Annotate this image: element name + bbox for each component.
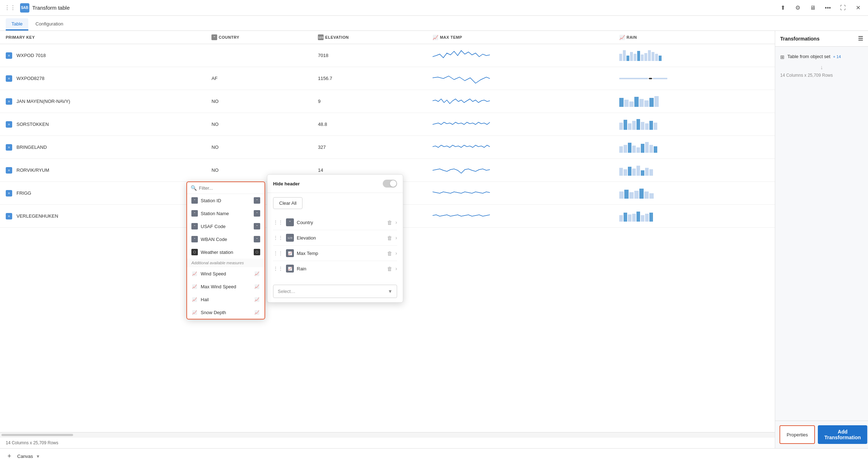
- table-from-object-icon: ⊞: [780, 54, 784, 60]
- clear-all-button[interactable]: Clear All: [273, 197, 302, 209]
- sidebar-menu-icon[interactable]: ☰: [858, 35, 863, 42]
- delete-col-button[interactable]: 🗑: [387, 219, 392, 226]
- tab-table[interactable]: Table: [6, 18, 28, 30]
- col-header-maxtemp[interactable]: 📈 MAX TEMP: [427, 31, 614, 44]
- cell-country: NO: [206, 90, 312, 113]
- picker-separator: Additional available measures: [187, 259, 264, 267]
- table-row: ≡ SORSTOKKEN NO 48.8: [0, 113, 775, 136]
- chart-col-icon: 📈: [433, 35, 439, 40]
- cell-maxtemp: [427, 44, 614, 67]
- scrollbar-thumb[interactable]: [1, 434, 73, 436]
- picker-item-usaf-code[interactable]: " USAF Code ": [187, 220, 264, 233]
- cell-country: NO: [206, 136, 312, 159]
- cell-elevation: 48.8: [312, 113, 427, 136]
- cell-key: ≡ FRIGG: [0, 182, 206, 205]
- cell-key: ≡ SORSTOKKEN: [0, 113, 206, 136]
- horizontal-scrollbar[interactable]: [0, 432, 775, 437]
- title-bar-actions: ⬆ ⚙ 🖥 ••• ⛶ ✕: [777, 2, 864, 14]
- hide-header-label: Hide header: [273, 181, 300, 186]
- arrow-down-icon: ↓: [780, 63, 863, 72]
- picker-item-station-id[interactable]: " Station ID ": [187, 194, 264, 207]
- sidebar: Transformations ☰ ⊞ Table from object se…: [775, 31, 868, 448]
- more-button[interactable]: •••: [822, 2, 834, 14]
- add-transformation-button[interactable]: Add Transformation: [818, 425, 867, 444]
- cell-rain: [614, 136, 775, 159]
- cell-elevation: 9: [312, 90, 427, 113]
- upload-button[interactable]: ⬆: [777, 2, 788, 14]
- delete-col-button[interactable]: 🗑: [387, 250, 392, 256]
- cell-elevation: 1156.7: [312, 67, 427, 90]
- row-icon: ≡: [6, 167, 12, 174]
- quote-col-icon: ": [211, 34, 217, 40]
- cell-country: AF: [206, 67, 312, 90]
- config-col-elevation: ⋮⋮ 123 Elevation 🗑 ›: [273, 230, 397, 246]
- chart-icon: 📈: [191, 296, 198, 303]
- cell-maxtemp: [427, 205, 614, 228]
- expand-col-button[interactable]: ›: [395, 235, 397, 241]
- drag-handle[interactable]: ⋮⋮: [273, 235, 283, 241]
- col-header-rain[interactable]: 📈 RAIN: [614, 31, 775, 44]
- picker-item-max-wind-speed[interactable]: 📈 Max Wind Speed 📈: [187, 280, 264, 293]
- clear-all-container: Clear All: [267, 193, 403, 210]
- table-row: ≡ BRINGELAND NO 327: [0, 136, 775, 159]
- toggle-switch[interactable]: [383, 180, 397, 188]
- transform-item: ⊞ Table from object set + 14: [780, 51, 863, 63]
- chart-icon-right: 📈: [254, 309, 260, 316]
- cell-key: ≡ JAN MAYEN(NOR-NAVY): [0, 90, 206, 113]
- delete-col-button[interactable]: 🗑: [387, 266, 392, 272]
- config-columns: ⋮⋮ " Country 🗑 › ⋮⋮ 123 Elevation 🗑: [267, 210, 403, 280]
- fullscreen-button[interactable]: ⛶: [837, 2, 849, 14]
- hide-header-toggle[interactable]: [383, 180, 397, 188]
- quote-icon: ": [191, 223, 198, 229]
- cell-country: NO: [206, 113, 312, 136]
- canvas-dropdown-icon[interactable]: ▼: [36, 454, 40, 459]
- tabs-bar: Table Configuration: [0, 16, 868, 31]
- picker-item-snow-depth[interactable]: 📈 Snow Depth 📈: [187, 306, 264, 319]
- row-icon: ≡: [6, 144, 12, 151]
- settings-button[interactable]: ⚙: [792, 2, 803, 14]
- delete-col-button[interactable]: 🗑: [387, 235, 392, 241]
- picker-filter-input[interactable]: [199, 185, 261, 191]
- canvas-label: Canvas: [17, 454, 33, 459]
- expand-col-button[interactable]: ›: [395, 219, 397, 225]
- col-header-primary-key[interactable]: PRIMARY KEY: [0, 31, 206, 44]
- expand-col-button[interactable]: ›: [395, 266, 397, 271]
- picker-item-weather-station[interactable]: ⬡ Weather station ⬡: [187, 246, 264, 259]
- picker-item-station-name[interactable]: " Station Name ": [187, 207, 264, 220]
- col-header-country[interactable]: " COUNTRY: [206, 31, 312, 44]
- quote-icon: ": [191, 197, 198, 204]
- quote-icon: ": [191, 236, 198, 242]
- expand-col-button[interactable]: ›: [395, 250, 397, 256]
- column-picker: 🔍 " Station ID " " Station Nam: [186, 181, 265, 319]
- monitor-button[interactable]: 🖥: [807, 2, 819, 14]
- tab-configuration[interactable]: Configuration: [30, 18, 69, 30]
- select-column-dropdown[interactable]: Select… ▼: [273, 285, 397, 298]
- col-config-panel: Hide header Clear All ⋮⋮ " Country: [267, 174, 403, 303]
- quote-icon-right: ": [254, 210, 260, 217]
- drag-handle[interactable]: ⋮⋮: [273, 219, 283, 225]
- cell-key: ≡ WXPOD 7018: [0, 44, 206, 67]
- picker-item-hail[interactable]: 📈 Hail 📈: [187, 293, 264, 306]
- chart-icon: 📈: [191, 270, 198, 277]
- cell-rain: [614, 182, 775, 205]
- drag-handle[interactable]: ⋮⋮: [273, 250, 283, 256]
- col-config-header: Hide header: [267, 175, 403, 193]
- properties-button[interactable]: Properties: [779, 425, 815, 444]
- chart-icon-right: 📈: [254, 270, 260, 277]
- config-col-maxtemp: ⋮⋮ 📈 Max Temp 🗑 ›: [273, 246, 397, 261]
- col-type-badge-maxtemp: 📈: [286, 249, 294, 257]
- row-icon: ≡: [6, 190, 12, 197]
- picker-item-wind-speed[interactable]: 📈 Wind Speed 📈: [187, 267, 264, 280]
- toggle-knob: [390, 180, 396, 187]
- col-name-maxtemp: Max Temp: [297, 251, 384, 256]
- number-col-icon: 123: [318, 34, 324, 40]
- picker-item-wban-code[interactable]: " WBAN Code ": [187, 233, 264, 246]
- col-header-elevation[interactable]: 123 ELEVATION: [312, 31, 427, 44]
- col-actions: 🗑 ›: [387, 266, 397, 272]
- add-canvas-button[interactable]: +: [4, 451, 14, 461]
- col-actions: 🗑 ›: [387, 235, 397, 241]
- chevron-down-icon: ▼: [388, 289, 392, 294]
- close-button[interactable]: ✕: [852, 2, 864, 14]
- drag-handle[interactable]: ⋮⋮: [273, 266, 283, 271]
- search-icon: 🔍: [191, 185, 197, 191]
